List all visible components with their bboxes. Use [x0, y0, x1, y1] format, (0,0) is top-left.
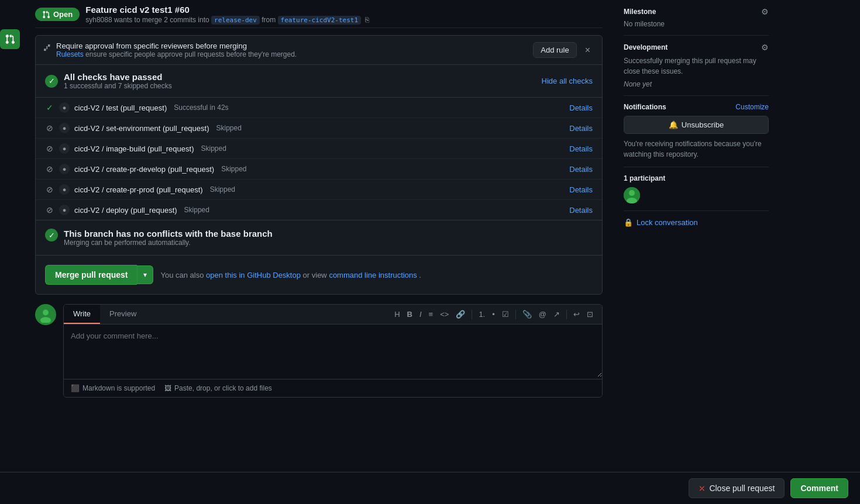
- milestone-gear-icon[interactable]: ⚙: [761, 7, 769, 16]
- pr-subtitle: syh8088 wants to merge 2 commits into re…: [85, 16, 369, 24]
- no-conflict-text: This branch has no conflicts with the ba…: [64, 229, 273, 247]
- check-skipped-icon: ⊘: [45, 185, 54, 194]
- notifications-title: Notifications: [624, 103, 666, 111]
- ruleset-bar: ⑇ Require approval from specific reviewe…: [36, 36, 602, 65]
- merge-dropdown-button[interactable]: ▾: [137, 265, 153, 284]
- hide-all-checks-link[interactable]: Hide all checks: [542, 77, 593, 85]
- bell-icon: 🔔: [669, 120, 678, 129]
- toolbar-bold-button[interactable]: B: [404, 308, 415, 320]
- comment-textarea[interactable]: [64, 325, 602, 377]
- open-desktop-link[interactable]: open this in GitHub Desktop: [206, 271, 301, 279]
- add-rule-button[interactable]: Add rule: [533, 42, 576, 58]
- check-status-text: Skipped: [221, 165, 246, 173]
- check-skipped-icon: ⊘: [45, 123, 54, 133]
- toolbar-mention-button[interactable]: @: [536, 308, 549, 320]
- toolbar-group-format: H B I ≡ <> 🔗 1. • ☑ 📎 @: [391, 308, 596, 320]
- github-logo-icon: ●: [59, 164, 70, 174]
- check-name: cicd-V2 / test (pull_request): [74, 103, 167, 112]
- check-status-text: Skipped: [201, 144, 226, 153]
- toolbar-link-button[interactable]: 🔗: [453, 308, 468, 320]
- development-gear-icon[interactable]: ⚙: [761, 43, 769, 52]
- checks-left: ✓ All checks have passed 1 successful an…: [45, 72, 172, 90]
- close-pr-icon: ⤫: [699, 484, 706, 493]
- toolbar-numbered-list-button[interactable]: 1.: [476, 308, 488, 320]
- merge-text: You can also open this in GitHub Desktop…: [160, 271, 421, 279]
- tab-write[interactable]: Write: [64, 305, 100, 324]
- check-details-link[interactable]: Details: [569, 103, 593, 112]
- markdown-supported: ⬛ Markdown is supported: [71, 384, 155, 392]
- sidebar-lock-section[interactable]: 🔒 Lock conversation: [624, 211, 769, 234]
- participants-title: 1 participant: [624, 174, 769, 182]
- check-name: cicd-V2 / create-pr-prod (pull_request): [74, 185, 203, 194]
- toolbar-bullet-list-button[interactable]: •: [489, 308, 498, 320]
- markdown-icon: ⬛: [71, 384, 80, 392]
- no-conflict-section: ✓ This branch has no conflicts with the …: [36, 220, 602, 255]
- check-details-link[interactable]: Details: [569, 144, 593, 153]
- comment-toolbar: H B I ≡ <> 🔗 1. • ☑ 📎 @: [386, 305, 602, 324]
- command-line-link[interactable]: command line instructions: [329, 271, 417, 279]
- toolbar-italic-button[interactable]: I: [417, 308, 425, 320]
- toolbar-code-button[interactable]: <>: [437, 308, 452, 320]
- check-status-text: Skipped: [216, 124, 242, 132]
- bottom-action-bar: ⤫ Close pull request Comment: [0, 472, 860, 504]
- image-icon: 🖼: [164, 384, 171, 392]
- svg-point-4: [629, 190, 635, 196]
- github-logo-icon: ●: [59, 143, 70, 154]
- github-logo-icon: ●: [59, 205, 70, 215]
- merge-section: Merge pull request ▾ You can also open t…: [36, 255, 602, 294]
- toolbar-strikethrough-button[interactable]: ≡: [426, 308, 436, 320]
- sidebar-development-none: None yet: [624, 80, 769, 88]
- close-ruleset-button[interactable]: ×: [582, 44, 594, 57]
- check-status-text: Skipped: [210, 185, 235, 194]
- ruleset-actions: Add rule ×: [533, 42, 594, 58]
- open-badge: Open: [35, 8, 80, 21]
- unsubscribe-button[interactable]: 🔔 Unsubscribe: [624, 116, 769, 134]
- check-skipped-icon: ⊘: [45, 164, 54, 174]
- checks-sub: 1 successful and 7 skipped checks: [64, 82, 172, 90]
- check-details-link[interactable]: Details: [569, 185, 593, 194]
- sidebar-participants-section: 1 participant: [624, 167, 769, 211]
- pr-header: Open Feature cicd v2 test1 #60 syh8088 w…: [35, 0, 603, 28]
- notifications-desc: You're receiving notifications because y…: [624, 139, 769, 160]
- ruleset-left: ⑇ Require approval from specific reviewe…: [44, 42, 297, 58]
- comment-tabs: Write Preview H B I ≡ <> 🔗 1.: [64, 305, 602, 325]
- check-row: ⊘ ● cicd-V2 / deploy (pull_request) Skip…: [36, 200, 602, 220]
- close-pull-request-button[interactable]: ⤫ Close pull request: [689, 478, 785, 498]
- branch-to-tag[interactable]: feature-cicdV2-test1: [278, 16, 361, 25]
- check-skipped-icon: ⊘: [45, 144, 54, 153]
- sidebar-development-title: Development: [624, 43, 668, 51]
- toolbar-ref-button[interactable]: ↗: [551, 308, 563, 320]
- sidebar-milestone-title: Milestone: [624, 8, 656, 16]
- comment-box: Write Preview H B I ≡ <> 🔗 1.: [63, 304, 603, 398]
- toolbar-separator: [472, 310, 472, 319]
- check-name: cicd-V2 / create-pr-develop (pull_reques…: [74, 165, 214, 174]
- tab-preview[interactable]: Preview: [100, 305, 146, 324]
- toolbar-heading-button[interactable]: H: [391, 308, 403, 320]
- file-attach[interactable]: 🖼 Paste, drop, or click to add files: [164, 384, 272, 392]
- comment-submit-button[interactable]: Comment: [790, 478, 848, 498]
- participant-avatar: [624, 187, 640, 203]
- checks-panel: ⑇ Require approval from specific reviewe…: [35, 35, 603, 295]
- sidebar-development-header: Development ⚙: [624, 43, 769, 52]
- check-row: ⊘ ● cicd-V2 / image-build (pull_request)…: [36, 139, 602, 159]
- ruleset-subtitle: Rulesets ensure specific people approve …: [56, 50, 297, 58]
- check-rows-list: ✓ ● cicd-V2 / test (pull_request) Succes…: [36, 98, 602, 220]
- check-details-link[interactable]: Details: [569, 206, 593, 215]
- branch-from-tag[interactable]: release-dev: [211, 16, 260, 25]
- toolbar-task-list-button[interactable]: ☑: [499, 308, 512, 320]
- toolbar-undo-button[interactable]: ↩: [570, 308, 583, 320]
- check-row: ⊘ ● cicd-V2 / create-pr-prod (pull_reque…: [36, 179, 602, 200]
- github-logo-icon: ●: [59, 102, 70, 113]
- merge-btn-group: Merge pull request ▾: [45, 265, 153, 285]
- copy-icon[interactable]: ⎘: [365, 16, 369, 24]
- rulesets-link[interactable]: Rulesets: [56, 50, 84, 58]
- toolbar-attach-button[interactable]: 📎: [520, 308, 535, 320]
- check-details-link[interactable]: Details: [569, 165, 593, 174]
- github-logo-icon: ●: [59, 123, 70, 133]
- github-logo-icon: ●: [59, 184, 70, 195]
- ruleset-text: Require approval from specific reviewers…: [56, 42, 297, 58]
- merge-pull-request-button[interactable]: Merge pull request: [45, 265, 137, 285]
- toolbar-preview-button[interactable]: ⊡: [584, 308, 596, 320]
- check-details-link[interactable]: Details: [569, 124, 593, 133]
- notifications-customize-link[interactable]: Customize: [735, 103, 769, 111]
